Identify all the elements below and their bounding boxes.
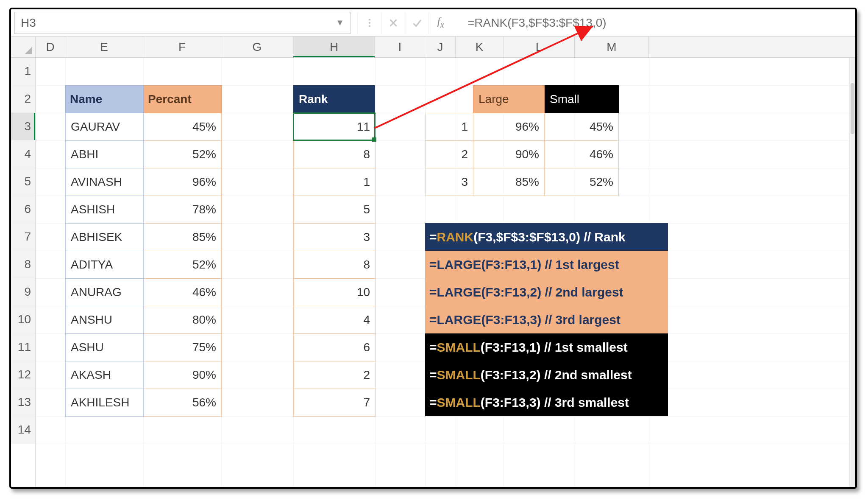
- cell-percent[interactable]: 75%: [144, 334, 222, 361]
- cell-percent[interactable]: 52%: [144, 251, 222, 279]
- cell-rank[interactable]: 7: [294, 389, 376, 417]
- cell-small[interactable]: 45%: [545, 113, 619, 141]
- col-header-L[interactable]: L: [504, 36, 575, 57]
- cell-rank[interactable]: 4: [294, 306, 376, 334]
- row-header-2[interactable]: 2: [11, 85, 35, 113]
- select-all-triangle[interactable]: [11, 36, 36, 57]
- cell-name[interactable]: ABHI: [66, 141, 144, 168]
- cell-large[interactable]: 85%: [473, 168, 545, 196]
- table-row[interactable]: AKHILESH56%: [66, 389, 222, 417]
- cell-index[interactable]: 1: [426, 113, 473, 141]
- cell-name[interactable]: ANURAG: [66, 279, 144, 306]
- col-header-percent[interactable]: Percant: [144, 86, 222, 113]
- table-row[interactable]: ASHISH78%: [66, 196, 222, 224]
- explain-large-1: =LARGE(F3:F13,1) // 1st largest: [425, 251, 668, 278]
- col-header-rank[interactable]: Rank: [293, 85, 375, 113]
- cell-name[interactable]: ASHISH: [66, 196, 144, 224]
- cell-small[interactable]: 52%: [545, 168, 619, 196]
- scrollbar-thumb[interactable]: [851, 83, 854, 134]
- cell-rank[interactable]: 8: [294, 141, 376, 168]
- row-header-9[interactable]: 9: [11, 278, 35, 306]
- cell-rank[interactable]: 2: [294, 361, 376, 389]
- cell-rank[interactable]: 6: [294, 334, 376, 361]
- cell-large[interactable]: 96%: [473, 113, 545, 141]
- formula-input[interactable]: =RANK(F3,$F$3:$F$13,0): [452, 16, 855, 30]
- cell-percent[interactable]: 80%: [144, 306, 222, 334]
- dots-icon[interactable]: [357, 12, 381, 34]
- chevron-down-icon[interactable]: ▼: [336, 18, 344, 28]
- row-header-5[interactable]: 5: [11, 168, 35, 196]
- row-header-1[interactable]: 1: [11, 58, 35, 85]
- row-header-4[interactable]: 4: [11, 140, 35, 168]
- row-header-11[interactable]: 11: [11, 333, 35, 361]
- cell-rank[interactable]: 8: [294, 251, 376, 279]
- table-row[interactable]: AKASH90%: [66, 361, 222, 389]
- cell-rank[interactable]: 1: [294, 168, 376, 196]
- col-header-I[interactable]: I: [375, 36, 425, 57]
- cell-name[interactable]: GAURAV: [66, 113, 144, 141]
- table-row[interactable]: ABHI52%: [66, 141, 222, 168]
- table-row[interactable]: ASHU75%: [66, 334, 222, 361]
- table-row[interactable]: 385%52%: [426, 168, 619, 196]
- cell-large[interactable]: 90%: [473, 141, 545, 168]
- row-header-3[interactable]: 3: [11, 113, 35, 140]
- worksheet-grid[interactable]: Name Percant GAURAV45%ABHI52%AVINASH96%A…: [36, 58, 855, 487]
- fx-icon[interactable]: fx: [428, 12, 452, 34]
- col-header-large[interactable]: Large: [473, 86, 545, 113]
- cell-name[interactable]: AVINASH: [66, 168, 144, 196]
- row-header-10[interactable]: 10: [11, 306, 35, 333]
- col-header-name[interactable]: Name: [66, 86, 144, 113]
- col-header-F[interactable]: F: [143, 36, 221, 57]
- vertical-scrollbar[interactable]: [849, 58, 855, 487]
- cell-small[interactable]: 46%: [545, 141, 619, 168]
- cell-name[interactable]: ADITYA: [66, 251, 144, 279]
- enter-icon[interactable]: [405, 12, 428, 34]
- svg-point-0: [368, 19, 370, 20]
- cell-index[interactable]: 2: [426, 141, 473, 168]
- col-header-G[interactable]: G: [221, 36, 293, 57]
- col-header-M[interactable]: M: [575, 36, 649, 57]
- table-row[interactable]: 196%45%: [426, 113, 619, 141]
- cell-percent[interactable]: 90%: [144, 361, 222, 389]
- cell-percent[interactable]: 56%: [144, 389, 222, 417]
- name-box[interactable]: H3 ▼: [14, 12, 351, 34]
- cell-percent[interactable]: 45%: [144, 113, 222, 141]
- col-header-H[interactable]: H: [293, 36, 375, 57]
- cell-name[interactable]: AKHILESH: [66, 389, 144, 417]
- cell-name[interactable]: ANSHU: [66, 306, 144, 334]
- cell-name[interactable]: ABHISEK: [66, 224, 144, 251]
- col-header-K[interactable]: K: [456, 36, 504, 57]
- row-header-7[interactable]: 7: [11, 223, 35, 251]
- cell-percent[interactable]: 46%: [144, 279, 222, 306]
- cell-name[interactable]: AKASH: [66, 361, 144, 389]
- cell-rank[interactable]: 10: [294, 279, 376, 306]
- row-header-8[interactable]: 8: [11, 251, 35, 278]
- table-row[interactable]: ABHISEK85%: [66, 224, 222, 251]
- table-row[interactable]: ADITYA52%: [66, 251, 222, 279]
- col-header-D[interactable]: D: [36, 36, 65, 57]
- formula-bar: H3 ▼ fx =RANK(F3,$F$3:$F$13,0): [11, 9, 855, 36]
- row-header-6[interactable]: 6: [11, 196, 35, 223]
- cell-rank[interactable]: 3: [294, 224, 376, 251]
- col-header-J[interactable]: J: [425, 36, 456, 57]
- cell-percent[interactable]: 78%: [144, 196, 222, 224]
- table-row[interactable]: AVINASH96%: [66, 168, 222, 196]
- table-row[interactable]: 290%46%: [426, 141, 619, 168]
- cell-percent[interactable]: 52%: [144, 141, 222, 168]
- table-row[interactable]: ANURAG46%: [66, 279, 222, 306]
- cancel-icon[interactable]: [381, 12, 405, 34]
- cell-rank[interactable]: 11: [294, 113, 376, 141]
- cell-percent[interactable]: 96%: [144, 168, 222, 196]
- cell-index[interactable]: 3: [426, 168, 473, 196]
- col-header-small[interactable]: Small: [545, 86, 619, 113]
- table-row[interactable]: GAURAV45%: [66, 113, 222, 141]
- row-header-12[interactable]: 12: [11, 361, 35, 389]
- row-header-14[interactable]: 14: [11, 416, 35, 444]
- cell-rank[interactable]: 5: [294, 196, 376, 224]
- cell-name[interactable]: ASHU: [66, 334, 144, 361]
- table-row[interactable]: ANSHU80%: [66, 306, 222, 334]
- cell-percent[interactable]: 85%: [144, 224, 222, 251]
- row-header-13[interactable]: 13: [11, 389, 35, 416]
- rank-table: 1181538104627: [293, 113, 376, 417]
- col-header-E[interactable]: E: [65, 36, 143, 57]
